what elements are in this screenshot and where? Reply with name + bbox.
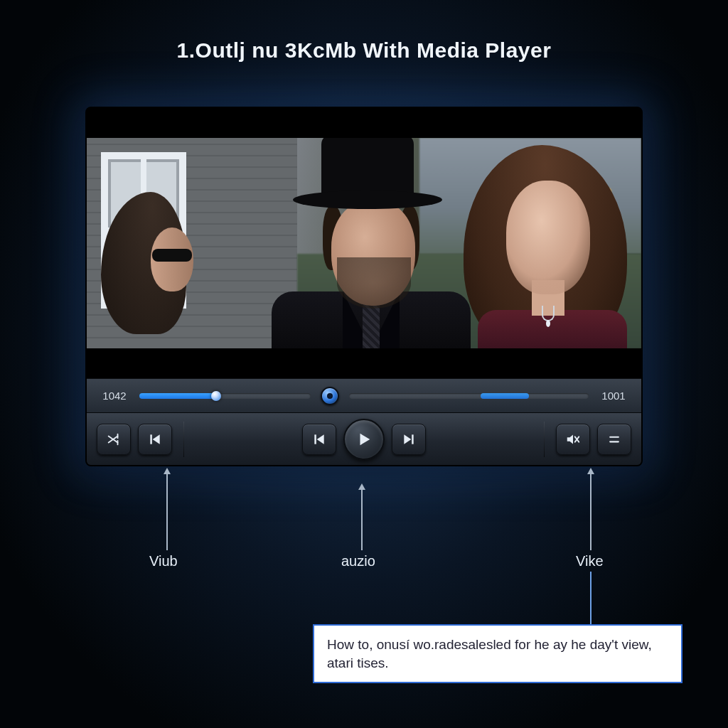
seek-thumb[interactable]: [211, 391, 221, 401]
transport-controls: [87, 412, 641, 465]
divider: [544, 422, 545, 457]
video-frame[interactable]: [87, 108, 641, 378]
callout-label: auzio: [341, 553, 375, 569]
seek-slider[interactable]: [139, 393, 311, 399]
skip-forward-button[interactable]: [392, 424, 426, 455]
media-player-window: 1042 1001: [85, 107, 643, 466]
previous-icon: [148, 432, 162, 446]
svg-rect-6: [412, 434, 414, 444]
svg-marker-5: [404, 434, 411, 444]
svg-marker-7: [567, 434, 573, 444]
divider: [183, 422, 184, 457]
svg-rect-2: [314, 434, 316, 444]
tip-box: How to, onusí wo.radesalesled for he ay …: [313, 624, 682, 683]
mute-button[interactable]: [556, 424, 590, 455]
volume-slider[interactable]: [349, 393, 589, 399]
page-title: 1.Outlj nu 3KcMb With Media Player: [0, 38, 728, 63]
callout-label: Vike: [576, 553, 604, 569]
svg-marker-3: [317, 434, 324, 444]
seek-bar-row: 1042 1001: [87, 378, 641, 412]
menu-button[interactable]: [597, 424, 631, 455]
time-elapsed: 1042: [100, 390, 129, 402]
shuffle-button[interactable]: [97, 424, 131, 455]
svg-marker-1: [153, 434, 160, 444]
callout-label: Viub: [149, 553, 178, 569]
menu-icon: [607, 432, 621, 446]
svg-rect-0: [150, 434, 152, 444]
tip-text: How to, onusí wo.radesalesled for he ay …: [327, 637, 652, 670]
skip-forward-icon: [402, 432, 416, 446]
shuffle-icon: [106, 432, 122, 447]
video-content: [87, 138, 641, 348]
play-button[interactable]: [343, 419, 385, 460]
skip-back-button[interactable]: [302, 424, 336, 455]
time-total: 1001: [599, 390, 628, 402]
svg-marker-4: [360, 433, 370, 445]
mute-icon: [565, 432, 581, 447]
volume-knob[interactable]: [321, 387, 339, 405]
skip-back-icon: [312, 432, 326, 446]
play-icon: [356, 431, 372, 448]
previous-button[interactable]: [138, 424, 172, 455]
